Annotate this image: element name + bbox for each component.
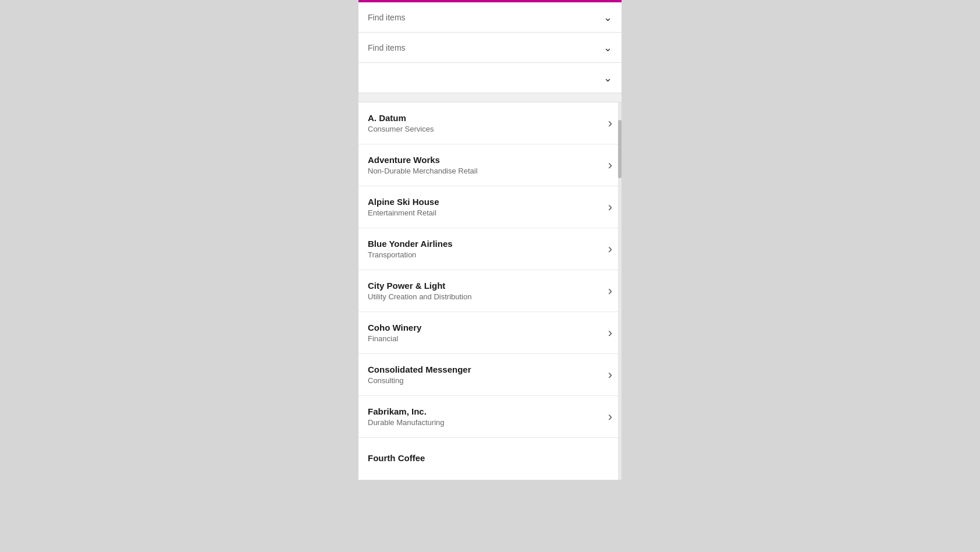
dropdown-3[interactable]: ⌄ — [358, 63, 622, 93]
list-item-subtitle: Entertainment Retail — [368, 208, 603, 217]
list-item-subtitle: Durable Manufacturing — [368, 418, 603, 427]
list-item-alpine-ski-house[interactable]: Alpine Ski House Entertainment Retail › — [358, 186, 622, 228]
list-item-adventure-works[interactable]: Adventure Works Non-Durable Merchandise … — [358, 144, 622, 186]
chevron-down-icon-3: ⌄ — [603, 72, 612, 84]
chevron-down-icon-1: ⌄ — [603, 11, 612, 24]
main-panel: Find items ⌄ Find items ⌄ ⌄ A. Datum Con… — [358, 0, 622, 480]
divider — [358, 93, 622, 102]
list-item-subtitle: Utility Creation and Distribution — [368, 292, 603, 301]
list-item-title: Fourth Coffee — [368, 453, 612, 463]
list-item-content: Coho Winery Financial — [368, 323, 603, 343]
list-item-title: Adventure Works — [368, 155, 603, 165]
chevron-right-icon: › — [608, 409, 612, 424]
chevron-right-icon: › — [608, 200, 612, 215]
list-item-fabrikam-inc[interactable]: Fabrikam, Inc. Durable Manufacturing › — [358, 396, 622, 438]
chevron-right-icon: › — [608, 158, 612, 173]
list-item-subtitle: Financial — [368, 334, 603, 343]
list-wrapper: A. Datum Consumer Services › Adventure W… — [358, 102, 622, 480]
list-item-a-datum[interactable]: A. Datum Consumer Services › — [358, 102, 622, 144]
list-item-content: Consolidated Messenger Consulting — [368, 365, 603, 385]
list-item-title: A. Datum — [368, 113, 603, 123]
list-item-title: Consolidated Messenger — [368, 365, 603, 374]
list-item-subtitle: Consumer Services — [368, 125, 603, 133]
chevron-right-icon: › — [608, 242, 612, 257]
chevron-right-icon: › — [608, 367, 612, 383]
list-item-city-power-light[interactable]: City Power & Light Utility Creation and … — [358, 270, 622, 312]
list-item-content: A. Datum Consumer Services — [368, 113, 603, 133]
chevron-right-icon: › — [608, 116, 612, 131]
list-item-content: City Power & Light Utility Creation and … — [368, 281, 603, 301]
chevron-right-icon: › — [608, 284, 612, 299]
dropdown-1-label: Find items — [368, 13, 406, 22]
list-item-title: Blue Yonder Airlines — [368, 239, 603, 249]
list-item-title: City Power & Light — [368, 281, 603, 291]
list-item-blue-yonder-airlines[interactable]: Blue Yonder Airlines Transportation › — [358, 228, 622, 270]
list-item-title: Alpine Ski House — [368, 197, 603, 207]
list-item-content: Alpine Ski House Entertainment Retail — [368, 197, 603, 217]
dropdown-2-label: Find items — [368, 43, 406, 52]
list-item-title: Coho Winery — [368, 323, 603, 332]
scrollbar-track[interactable] — [618, 102, 622, 480]
list-item-consolidated-messenger[interactable]: Consolidated Messenger Consulting › — [358, 354, 622, 396]
list-item-coho-winery[interactable]: Coho Winery Financial › — [358, 312, 622, 354]
chevron-right-icon: › — [608, 325, 612, 341]
dropdown-2[interactable]: Find items ⌄ — [358, 33, 622, 63]
list-item-fourth-coffee[interactable]: Fourth Coffee — [358, 438, 622, 480]
list-item-content: Fourth Coffee — [368, 453, 612, 465]
list-item-content: Fabrikam, Inc. Durable Manufacturing — [368, 406, 603, 427]
dropdown-container: Find items ⌄ Find items ⌄ ⌄ — [358, 2, 622, 93]
chevron-down-icon-2: ⌄ — [603, 41, 612, 54]
list-item-subtitle: Non-Durable Merchandise Retail — [368, 167, 603, 175]
list-item-subtitle: Consulting — [368, 376, 603, 385]
items-list: A. Datum Consumer Services › Adventure W… — [358, 102, 622, 480]
list-item-title: Fabrikam, Inc. — [368, 406, 603, 416]
scrollbar-thumb[interactable] — [618, 120, 622, 178]
list-item-content: Blue Yonder Airlines Transportation — [368, 239, 603, 259]
list-item-subtitle: Transportation — [368, 250, 603, 259]
dropdown-1[interactable]: Find items ⌄ — [358, 2, 622, 33]
list-item-content: Adventure Works Non-Durable Merchandise … — [368, 155, 603, 175]
